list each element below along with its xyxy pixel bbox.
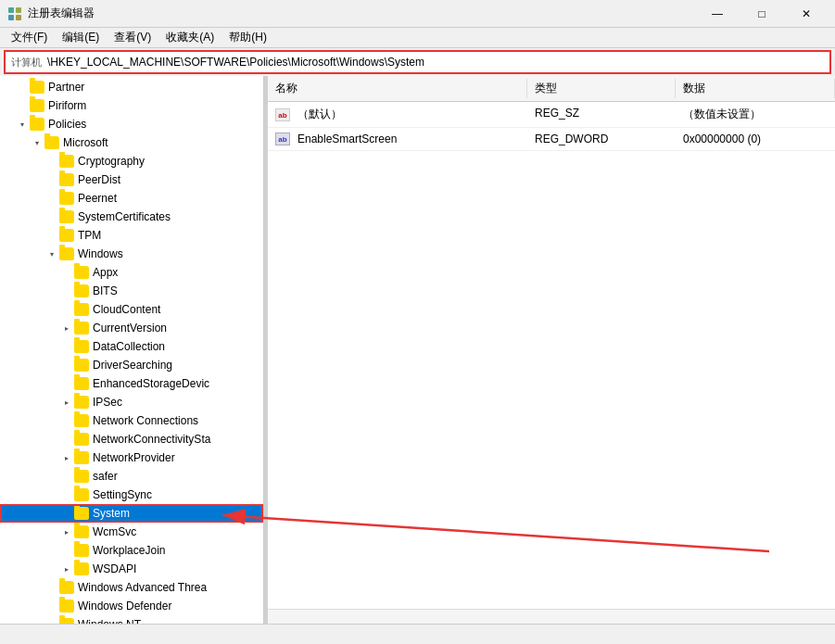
folder-icon-windows bbox=[59, 247, 74, 260]
expander-bits[interactable] bbox=[59, 284, 74, 298]
tree-item-wcmsvc[interactable]: ▸WcmSvc bbox=[0, 523, 263, 541]
tree-item-networkconnections[interactable]: Network Connections bbox=[0, 411, 263, 430]
table-cell-data-1: 0x00000000 (0) bbox=[676, 131, 835, 147]
tree-label-cloudcontent: CloudContent bbox=[93, 303, 160, 316]
expander-datacollection[interactable] bbox=[59, 339, 74, 354]
tree-item-ipsec[interactable]: ▸IPSec bbox=[0, 393, 263, 411]
folder-icon-partner bbox=[30, 81, 44, 94]
expander-networkprovider[interactable]: ▸ bbox=[59, 450, 74, 465]
address-bar: 计算机 \HKEY_LOCAL_MACHINE\SOFTWARE\Policie… bbox=[4, 50, 831, 74]
tree-item-system[interactable]: System bbox=[0, 504, 263, 523]
tree-item-datacollection[interactable]: DataCollection bbox=[0, 337, 263, 356]
expander-ipsec[interactable]: ▸ bbox=[59, 395, 74, 410]
tree-label-peernet: Peernet bbox=[78, 192, 117, 205]
tree-label-cryptography: Cryptography bbox=[78, 155, 145, 168]
table-cell-type-0: REG_SZ bbox=[527, 105, 676, 124]
expander-tpm[interactable] bbox=[44, 228, 59, 243]
tree-label-microsoft: Microsoft bbox=[63, 136, 108, 149]
svg-rect-1 bbox=[16, 7, 21, 13]
expander-settingsync[interactable] bbox=[59, 487, 74, 502]
address-path[interactable]: \HKEY_LOCAL_MACHINE\SOFTWARE\Policies\Mi… bbox=[47, 56, 824, 69]
expander-partner[interactable] bbox=[15, 80, 30, 95]
expander-driversearching[interactable] bbox=[59, 358, 74, 373]
tree-item-workplacejoin[interactable]: WorkplaceJoin bbox=[0, 541, 263, 560]
menu-view[interactable]: 查看(V) bbox=[107, 28, 158, 48]
table-row-0[interactable]: ab（默认）REG_SZ（数值未设置） bbox=[268, 102, 835, 128]
expander-cloudcontent[interactable] bbox=[59, 302, 74, 317]
tree-item-tpm[interactable]: TPM bbox=[0, 226, 263, 245]
expander-appx[interactable] bbox=[59, 265, 74, 280]
table-cell-type-1: REG_DWORD bbox=[527, 131, 676, 147]
table-body: ab（默认）REG_SZ（数值未设置）abEnableSmartScreenRE… bbox=[268, 102, 835, 609]
table-row-1[interactable]: abEnableSmartScreenREG_DWORD0x00000000 (… bbox=[268, 128, 835, 151]
title-bar: 注册表编辑器 — □ ✕ bbox=[0, 0, 835, 28]
expander-windowsdefender[interactable] bbox=[44, 599, 59, 613]
expander-systemcertificates[interactable] bbox=[44, 209, 59, 224]
tree-item-appx[interactable]: Appx bbox=[0, 263, 263, 282]
svg-rect-2 bbox=[8, 15, 14, 20]
tree-pane[interactable]: PartnerPiriform▾Policies▾MicrosoftCrypto… bbox=[0, 76, 264, 624]
menu-edit[interactable]: 编辑(E) bbox=[55, 28, 107, 48]
tree-item-partner[interactable]: Partner bbox=[0, 78, 263, 96]
expander-wcmsvc[interactable]: ▸ bbox=[59, 524, 74, 539]
col-header-data: 数据 bbox=[676, 79, 835, 98]
folder-icon-bits bbox=[74, 284, 89, 297]
tree-item-windowsdefender[interactable]: Windows Defender bbox=[0, 597, 263, 615]
tree-item-windows[interactable]: ▾Windows bbox=[0, 245, 263, 263]
tree-item-peerdist[interactable]: PeerDist bbox=[0, 170, 263, 189]
tree-item-cloudcontent[interactable]: CloudContent bbox=[0, 300, 263, 319]
tree-item-networkprovider[interactable]: ▸NetworkProvider bbox=[0, 448, 263, 467]
expander-wsdapi[interactable]: ▸ bbox=[59, 562, 74, 576]
expander-policies[interactable]: ▾ bbox=[15, 117, 30, 132]
tree-item-windowsnt[interactable]: ▸Windows NT bbox=[0, 615, 263, 624]
tree-item-bits[interactable]: BITS bbox=[0, 282, 263, 300]
expander-microsoft[interactable]: ▾ bbox=[30, 135, 44, 150]
menu-favorites[interactable]: 收藏夹(A) bbox=[158, 28, 221, 48]
right-pane-scrollbar-x[interactable] bbox=[268, 609, 835, 624]
tree-item-driversearching[interactable]: DriverSearching bbox=[0, 356, 263, 374]
expander-networkconnectivitysta[interactable] bbox=[59, 432, 74, 447]
folder-icon-windowsdefender bbox=[59, 600, 74, 612]
expander-enhancedstoragedevic[interactable] bbox=[59, 376, 74, 391]
folder-icon-peernet bbox=[59, 192, 74, 205]
tree-label-enhancedstoragedevic: EnhancedStorageDevic bbox=[93, 377, 209, 390]
tree-item-safer[interactable]: safer bbox=[0, 467, 263, 486]
tree-item-windowsadvancedthrea[interactable]: Windows Advanced Threa bbox=[0, 578, 263, 597]
expander-piriform[interactable] bbox=[15, 98, 30, 113]
tree-label-windows: Windows bbox=[78, 247, 123, 260]
expander-peernet[interactable] bbox=[44, 191, 59, 206]
tree-label-workplacejoin: WorkplaceJoin bbox=[93, 544, 165, 557]
window-controls: — □ ✕ bbox=[696, 0, 828, 28]
tree-item-policies[interactable]: ▾Policies bbox=[0, 115, 263, 133]
tree-item-enhancedstoragedevic[interactable]: EnhancedStorageDevic bbox=[0, 374, 263, 393]
folder-icon-cryptography bbox=[59, 155, 74, 168]
close-button[interactable]: ✕ bbox=[785, 0, 828, 28]
folder-icon-networkconnections bbox=[74, 414, 89, 427]
expander-currentversion[interactable]: ▸ bbox=[59, 321, 74, 335]
maximize-button[interactable]: □ bbox=[740, 0, 783, 28]
tree-label-systemcertificates: SystemCertificates bbox=[78, 210, 171, 223]
tree-item-microsoft[interactable]: ▾Microsoft bbox=[0, 133, 263, 152]
tree-item-settingsync[interactable]: SettingSync bbox=[0, 486, 263, 504]
menu-help[interactable]: 帮助(H) bbox=[221, 28, 274, 48]
tree-item-piriform[interactable]: Piriform bbox=[0, 96, 263, 115]
tree-item-cryptography[interactable]: Cryptography bbox=[0, 152, 263, 170]
expander-windowsadvancedthrea[interactable] bbox=[44, 580, 59, 595]
tree-label-partner: Partner bbox=[48, 81, 84, 94]
tree-label-windowsnt: Windows NT bbox=[78, 618, 141, 624]
tree-item-systemcertificates[interactable]: SystemCertificates bbox=[0, 208, 263, 226]
expander-safer[interactable] bbox=[59, 469, 74, 484]
tree-item-networkconnectivitysta[interactable]: NetworkConnectivitySta bbox=[0, 430, 263, 448]
expander-system[interactable] bbox=[59, 506, 74, 521]
expander-networkconnections[interactable] bbox=[59, 413, 74, 428]
expander-cryptography[interactable] bbox=[44, 154, 59, 169]
tree-item-peernet[interactable]: Peernet bbox=[0, 189, 263, 208]
expander-peerdist[interactable] bbox=[44, 172, 59, 187]
tree-item-currentversion[interactable]: ▸CurrentVersion bbox=[0, 319, 263, 337]
tree-item-wsdapi[interactable]: ▸WSDAPI bbox=[0, 560, 263, 578]
expander-windowsnt[interactable]: ▸ bbox=[44, 617, 59, 624]
expander-workplacejoin[interactable] bbox=[59, 543, 74, 558]
expander-windows[interactable]: ▾ bbox=[44, 246, 59, 261]
menu-file[interactable]: 文件(F) bbox=[4, 28, 55, 48]
minimize-button[interactable]: — bbox=[696, 0, 739, 28]
